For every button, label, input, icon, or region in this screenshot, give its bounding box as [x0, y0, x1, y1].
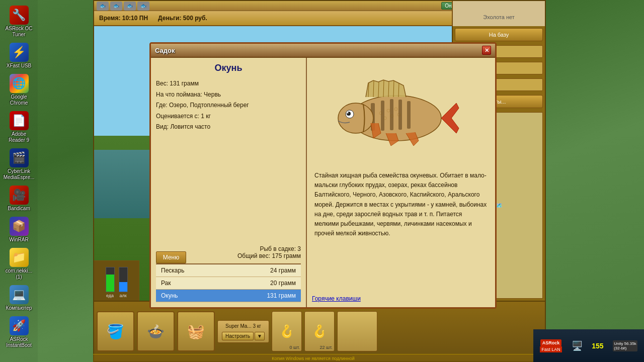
drink-bar-visual	[119, 267, 128, 292]
fish-icon-4: 🐟	[137, 2, 149, 11]
hook-icon-1: 🪝	[279, 324, 294, 338]
svg-rect-2	[381, 101, 384, 131]
fish-list-item-peskar[interactable]: Пескарь 24 грамм	[156, 264, 301, 277]
fish-icons: 🐟 🐟 🐟 🐟	[97, 2, 149, 11]
asrock-fastlan: ASRock Fast LAN	[540, 339, 562, 352]
desktop-icons: 🔧 ASRock OC Tuner ⚡ XFast USB 🌐 Google C…	[0, 0, 38, 362]
game-toolbar: 🪣 🍲 🧺 Super Ma... 3 кг Настроить ▼ 🪝 0 ш	[94, 301, 545, 361]
fish-illustration	[331, 68, 471, 158]
fish-description: Стайная хищная рыба семейства окуневых. …	[312, 168, 490, 293]
toolbar-basket[interactable]: 🧺	[177, 311, 215, 351]
sadok-titlebar: Садок ✕	[151, 44, 495, 58]
xfast-icon: ⚡	[10, 43, 29, 62]
cyberlink-icon: 🎬	[10, 148, 29, 167]
fish-list-item-rak[interactable]: Рак 20 грамм	[156, 277, 301, 290]
sadok-right-panel: Стайная хищная рыба семейства окуневых. …	[307, 58, 495, 307]
food-label: еда	[106, 293, 114, 298]
folder-icon: 📁	[10, 248, 29, 267]
fish-location: Где: Озеро, Подтопленный берег	[156, 100, 301, 111]
xfast-label: XFast USB	[7, 63, 31, 69]
instantboot-label: ASRock InstantBoot	[4, 336, 35, 348]
topbar-left: 🐟 🐟 🐟 🐟	[97, 2, 149, 11]
desktop: 🔧 ASRock OC Tuner ⚡ XFast USB 🌐 Google C…	[0, 0, 644, 362]
food-bar-visual	[106, 267, 115, 292]
bandicam-icon: 🎥	[10, 186, 29, 205]
network-icon: 🖥️	[572, 340, 583, 351]
asrock-oc-icon: 🔧	[10, 6, 29, 25]
fish-count: Рыб в садке: 3	[237, 245, 301, 252]
fish-frequency: Вид: Ловится часто	[156, 122, 301, 133]
adobe-label: Adobe Reader 9	[4, 131, 35, 143]
hotkeys-link[interactable]: Горячие клавиши	[312, 295, 490, 302]
toolbar-hook-slot-1[interactable]: 🪝 0 шт.	[272, 311, 302, 351]
icon-cyberlink[interactable]: 🎬 CyberLink MediaEspre...	[2, 147, 36, 182]
hook-count-1: 0 шт.	[289, 345, 299, 350]
chrome-icon: 🌐	[10, 74, 29, 93]
toolbar-bucket[interactable]: 🪣	[97, 311, 134, 351]
drink-label: алк	[119, 293, 126, 298]
toolbar-pot[interactable]: 🍲	[137, 311, 175, 351]
base-btn[interactable]: На базу	[455, 28, 543, 41]
drink-fill	[119, 282, 127, 292]
icon-asrock-oc[interactable]: 🔧 ASRock OC Tuner	[2, 4, 36, 39]
speed-info: 155	[592, 342, 603, 350]
svg-rect-5	[407, 101, 411, 129]
configure-label: Super Ma... 3 кг	[225, 323, 261, 329]
sadok-left-panel: Окунь Вес: 131 грамм На что поймана: Чер…	[151, 58, 307, 307]
unity-label: Unity 56.35k(32-bit)	[613, 340, 637, 351]
configure-arrow-btn[interactable]: ▼	[255, 332, 265, 340]
svg-marker-6	[441, 103, 459, 133]
svg-point-10	[347, 112, 349, 114]
svg-point-7	[338, 103, 373, 133]
svg-rect-4	[398, 100, 402, 130]
bandicam-label: Bandicam	[8, 206, 30, 212]
cyberlink-label: CyberLink MediaEspre...	[4, 168, 35, 180]
sadok-menu-btn[interactable]: Меню	[156, 251, 186, 263]
icon-bandicam[interactable]: 🎥 Bandicam	[2, 184, 36, 213]
sadok-fish-list: Пескарь 24 грамм Рак 20 грамм Окунь 131 …	[156, 263, 301, 302]
food-bar: еда	[106, 267, 115, 298]
hook-icon-2: 🪝	[312, 324, 327, 338]
sadok-close-btn[interactable]: ✕	[482, 46, 491, 55]
fish-weight: Вес: 131 грамм	[156, 78, 301, 89]
basket-icon: 🧺	[187, 323, 205, 340]
icon-chrome[interactable]: 🌐 Google Chrome	[2, 72, 36, 108]
icon-folder[interactable]: 📁 com.nekki... (1)	[2, 246, 36, 282]
computer-label: Компьютер	[6, 305, 32, 311]
drink-bar: алк	[119, 267, 128, 298]
winrar-icon: 📦	[10, 217, 29, 236]
food-drink-bar: еда алк	[94, 260, 139, 301]
sys-tray-area: ASRock Fast LAN 🖥️ 155 Unity 56.35k(32-b…	[533, 329, 644, 362]
unity-info: Unity 56.35k(32-bit)	[613, 340, 637, 351]
fish-bait: На что поймана: Червь	[156, 89, 301, 101]
win-notice-bar: Копия Windows не является подлинной	[93, 354, 533, 362]
toolbar-empty-slot-1[interactable]	[337, 311, 377, 351]
sadok-body: Окунь Вес: 131 грамм На что поймана: Чер…	[151, 58, 495, 307]
icon-instantboot[interactable]: 🚀 ASRock InstantBoot	[2, 315, 36, 350]
echo-text: Эхолота нет	[483, 14, 515, 20]
icon-computer[interactable]: 💻 Компьютер	[2, 284, 36, 313]
game-window: 🐟 🐟 🐟 🐟 Онлайн сервисы ⏸ ? − Меню Эхолот…	[93, 0, 546, 362]
icon-adobe[interactable]: 📄 Adobe Reader 9	[2, 110, 36, 145]
computer-icon: 💻	[10, 285, 29, 304]
time-label: Время: 10:10 ПН	[99, 15, 148, 22]
hook-count-2: 22 шт.	[319, 345, 332, 350]
fastlan-label: Fast LAN	[540, 346, 562, 352]
adobe-icon: 📄	[10, 111, 29, 130]
icon-xfast-usb[interactable]: ⚡ XFast USB	[2, 41, 36, 70]
icon-winrar[interactable]: 📦 WinRAR	[2, 215, 36, 244]
fish-estimate: Оценивается с: 1 кг	[156, 111, 301, 122]
selected-fish-name: Окунь	[156, 63, 301, 73]
configure-area: Super Ma... 3 кг Настроить ▼	[217, 320, 269, 343]
winrar-label: WinRAR	[9, 237, 28, 243]
configure-btn[interactable]: Настроить	[222, 332, 254, 340]
network-icons: 🖥️	[572, 340, 583, 351]
toolbar-hook-slot-2[interactable]: 🪝 22 шт.	[304, 311, 335, 351]
win-notice-text: Копия Windows не является подлинной	[272, 356, 354, 361]
fish-list-item-okun[interactable]: Окунь 131 грамм	[156, 290, 301, 302]
bucket-icon: 🪣	[107, 323, 124, 340]
fish-image-area	[312, 63, 490, 163]
fish-icon-2: 🐟	[110, 2, 122, 11]
fish-icon-3: 🐟	[124, 2, 136, 11]
asrock-oc-label: ASRock OC Tuner	[4, 26, 35, 38]
